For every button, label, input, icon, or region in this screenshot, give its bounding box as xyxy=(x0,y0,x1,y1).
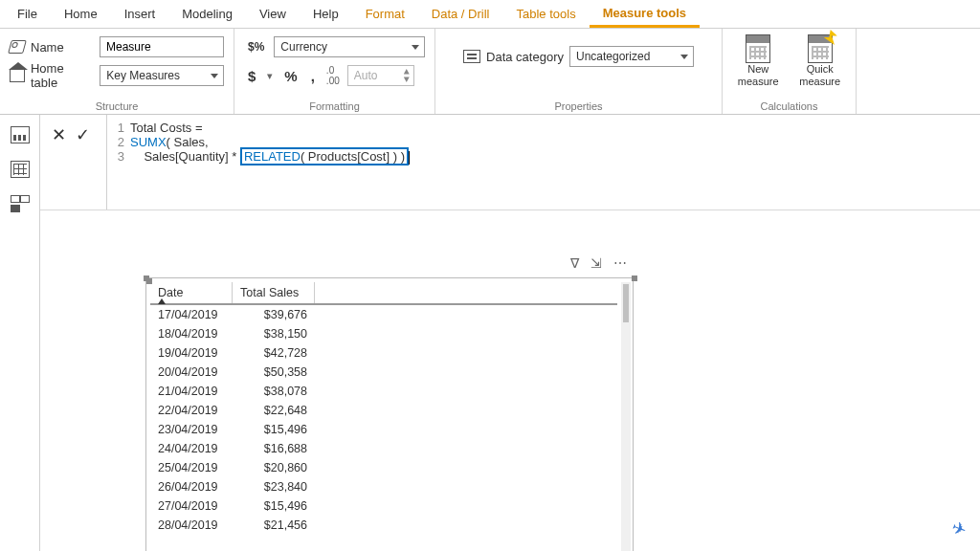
group-formatting-label: Formatting xyxy=(244,99,425,112)
cell-value: $15,496 xyxy=(233,498,315,514)
data-view-icon[interactable] xyxy=(11,161,30,178)
table-row[interactable]: 21/04/2019$38,078 xyxy=(150,382,617,401)
cell-value: $15,496 xyxy=(233,422,315,437)
formula-editor[interactable]: 1Total Costs = 2SUMX( Sales, 3 Sales[Qua… xyxy=(107,115,980,209)
line-number: 1 xyxy=(111,121,130,135)
data-category-select[interactable]: Uncategorized xyxy=(569,46,694,67)
menu-view[interactable]: View xyxy=(246,0,300,28)
cell-date: 26/04/2019 xyxy=(150,479,233,495)
format-select[interactable]: Currency xyxy=(274,36,425,57)
report-canvas[interactable]: ∇ ⇲ ⋯ Date Total Sales 17/04/2019$39,676… xyxy=(40,220,980,551)
cell-value: $38,078 xyxy=(233,384,315,399)
menu-file[interactable]: File xyxy=(4,0,51,28)
table-row[interactable]: 27/04/2019$15,496 xyxy=(150,496,617,516)
model-view-icon[interactable] xyxy=(11,195,30,212)
formula-line-1: Total Costs = xyxy=(130,121,203,135)
menu-format[interactable]: Format xyxy=(352,0,418,28)
currency-button[interactable]: $ xyxy=(244,68,259,84)
cell-date: 20/04/2019 xyxy=(150,364,233,380)
table-row[interactable]: 28/04/2019$21,456 xyxy=(150,516,617,535)
menu-help[interactable]: Help xyxy=(300,0,352,28)
menu-table-tools[interactable]: Table tools xyxy=(502,0,589,28)
cell-date: 24/04/2019 xyxy=(150,441,233,456)
commit-formula-button[interactable]: ✓ xyxy=(76,124,90,200)
visual-header: ∇ ⇲ ⋯ xyxy=(570,255,627,271)
column-header-total-sales[interactable]: Total Sales xyxy=(233,282,315,303)
cell-value: $39,676 xyxy=(233,307,315,322)
formula-line-3: Sales[Quantity] * RELATED( Products[Cost… xyxy=(130,149,410,165)
formula-controls: ✕ ✓ xyxy=(40,115,107,209)
decimal-button[interactable]: .0.00 xyxy=(324,65,342,86)
new-measure-text2: measure xyxy=(738,76,779,87)
table-row[interactable]: 20/04/2019$50,358 xyxy=(150,363,617,382)
percent-button[interactable]: % xyxy=(280,68,301,84)
home-table-icon xyxy=(10,69,25,82)
filter-icon[interactable]: ∇ xyxy=(570,255,579,271)
menu-modeling[interactable]: Modeling xyxy=(168,0,246,28)
quick-calculator-icon xyxy=(808,34,833,63)
group-structure: Name Home table Key Measures Structure xyxy=(0,29,234,114)
data-category-icon xyxy=(463,50,480,63)
calculator-icon xyxy=(746,34,770,63)
table-body: 17/04/2019$39,67618/04/2019$38,15019/04/… xyxy=(150,305,617,535)
cell-date: 17/04/2019 xyxy=(150,307,233,322)
cell-value: $20,860 xyxy=(233,460,315,475)
cell-value: $16,688 xyxy=(233,441,315,456)
cell-date: 18/04/2019 xyxy=(150,326,233,342)
quick-measure-text1: Quick xyxy=(807,63,834,75)
menu-data-drill[interactable]: Data / Drill xyxy=(418,0,503,28)
quick-measure-button[interactable]: Quickmeasure xyxy=(794,34,847,87)
scrollbar[interactable] xyxy=(621,282,631,551)
group-calculations-label: Calculations xyxy=(732,99,846,112)
menu-measure-tools[interactable]: Measure tools xyxy=(590,0,700,28)
table-row[interactable]: 24/04/2019$16,688 xyxy=(150,439,617,458)
table-row[interactable]: 22/04/2019$22,648 xyxy=(150,401,617,420)
group-properties-label: Properties xyxy=(445,99,712,112)
table-row[interactable]: 17/04/2019$39,676 xyxy=(150,305,617,324)
table-row[interactable]: 26/04/2019$23,840 xyxy=(150,477,617,496)
group-formatting: $% Currency $ ▾ % , .0.00 Auto Formattin… xyxy=(234,29,435,114)
view-rail xyxy=(0,115,40,551)
new-measure-button[interactable]: Newmeasure xyxy=(732,34,785,87)
cell-value: $23,840 xyxy=(233,479,315,495)
group-structure-label: Structure xyxy=(10,99,224,112)
report-view-icon[interactable] xyxy=(11,126,30,143)
more-options-icon[interactable]: ⋯ xyxy=(613,255,627,271)
menu-home[interactable]: Home xyxy=(51,0,111,28)
cell-date: 22/04/2019 xyxy=(150,403,233,418)
cell-date: 19/04/2019 xyxy=(150,345,233,361)
currency-dropdown[interactable]: ▾ xyxy=(265,70,275,82)
menu-insert[interactable]: Insert xyxy=(111,0,169,28)
cell-date: 21/04/2019 xyxy=(150,384,233,399)
table-row[interactable]: 25/04/2019$20,860 xyxy=(150,458,617,477)
focus-mode-icon[interactable]: ⇲ xyxy=(590,255,602,271)
line-number: 2 xyxy=(111,135,130,149)
data-table: Date Total Sales 17/04/2019$39,67618/04/… xyxy=(150,282,617,551)
cancel-formula-button[interactable]: ✕ xyxy=(52,124,66,200)
cell-date: 25/04/2019 xyxy=(150,460,233,475)
cell-date: 28/04/2019 xyxy=(150,518,233,533)
home-table-select[interactable]: Key Measures xyxy=(100,65,224,86)
table-visual[interactable]: ∇ ⇲ ⋯ Date Total Sales 17/04/2019$39,676… xyxy=(145,277,634,551)
decimal-places-input[interactable]: Auto xyxy=(347,65,414,86)
table-row[interactable]: 23/04/2019$15,496 xyxy=(150,420,617,439)
column-header-date[interactable]: Date xyxy=(150,282,233,303)
formula-line-2: SUMX( Sales, xyxy=(130,135,209,149)
group-properties: Data category Uncategorized Properties xyxy=(435,29,723,114)
group-calculations: Newmeasure Quickmeasure Calculations xyxy=(723,29,857,114)
data-category-label: Data category xyxy=(486,50,564,64)
comma-button[interactable]: , xyxy=(307,68,319,84)
formula-bar: ✕ ✓ 1Total Costs = 2SUMX( Sales, 3 Sales… xyxy=(40,115,980,210)
table-row[interactable]: 18/04/2019$38,150 xyxy=(150,324,617,343)
home-table-label: Home table xyxy=(31,61,94,90)
new-measure-text1: New xyxy=(747,63,768,75)
cell-value: $38,150 xyxy=(233,326,315,342)
name-input[interactable] xyxy=(100,36,224,57)
name-icon xyxy=(8,40,27,54)
table-row[interactable]: 19/04/2019$42,728 xyxy=(150,343,617,363)
cell-value: $50,358 xyxy=(233,364,315,380)
cell-date: 27/04/2019 xyxy=(150,498,233,514)
quick-measure-text2: measure xyxy=(799,76,840,87)
cell-date: 23/04/2019 xyxy=(150,422,233,437)
cell-value: $42,728 xyxy=(233,345,315,361)
